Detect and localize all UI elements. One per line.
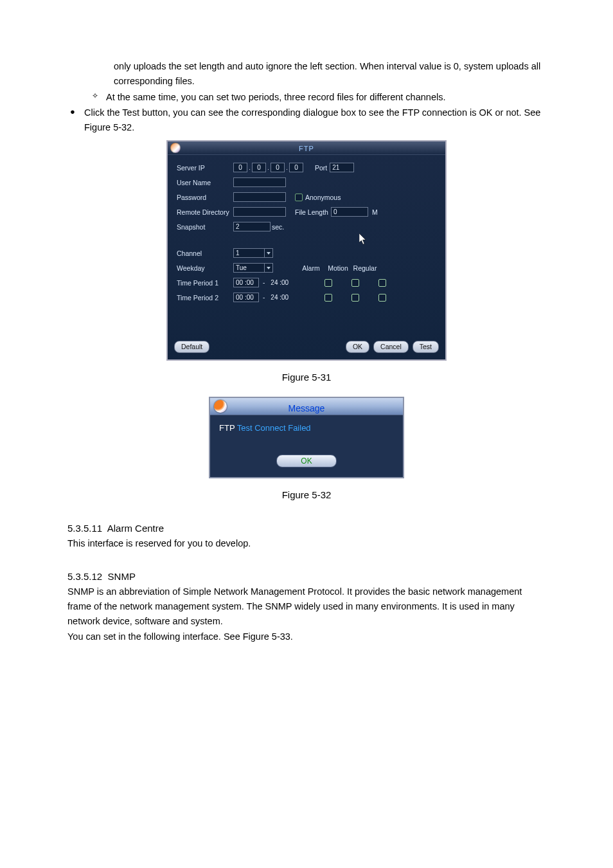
col-motion: Motion [324,263,351,274]
solid-bullet-row: ● Click the Test button, you can see the… [67,105,546,135]
figure-caption-31: Figure 5-31 [67,370,546,385]
tp2-from-input[interactable]: 00 :00 [233,293,259,302]
channel-select[interactable]: 1 [233,248,273,258]
section-alarm-body: This interface is reserved for you to de… [67,536,546,551]
message-title: Message [210,401,403,415]
section-snmp-heading: 5.3.5.12 SNMP [67,569,546,584]
ftp-window: FTP Server IP 0. 0. 0. 0 Port 21 User Na… [166,140,447,361]
text: only uploads the set length and auto ign… [114,61,540,86]
port-input[interactable]: 21 [330,163,354,172]
text: FTP [219,423,235,433]
section-snmp-body: SNMP is an abbreviation of Simple Networ… [67,584,546,629]
ok-button[interactable]: OK [346,341,369,353]
anonymous-label: Anonymous [305,192,341,203]
text: Click the Test button, you can see the c… [84,105,546,135]
tp2-to-input[interactable]: 24 :00 [269,293,294,302]
snapshot-input[interactable]: 2 [233,222,271,231]
chevron-down-icon [264,264,272,272]
weekday-label: Weekday [177,263,233,274]
tp1-to-input[interactable]: 24 :00 [269,278,294,287]
password-input[interactable] [233,192,286,202]
section-alarm-heading: 5.3.5.11 Alarm Centre [67,521,546,536]
tp2-label: Time Period 2 [177,293,233,303]
tp1-from-input[interactable]: 00 :00 [233,278,259,287]
snapshot-label: Snapshot [177,222,233,233]
tp2-regular-checkbox[interactable] [378,294,386,302]
diamond-bullet-row: ✧ At the same time, you can set two peri… [92,90,546,105]
tp2-motion-checkbox[interactable] [351,294,359,302]
channel-label: Channel [177,248,233,259]
password-label: Password [177,192,233,203]
cursor-icon [359,233,368,249]
dash-icon: - [263,278,265,288]
text: At the same time, you can set two period… [106,90,546,105]
section-number: 5.3.5.11 [67,523,102,534]
message-titlebar: Message [210,398,403,415]
ip-octet-2[interactable]: 0 [252,163,266,172]
chevron-down-icon [264,249,272,257]
message-ok-button[interactable]: OK [276,455,337,467]
diamond-bullet-icon: ✧ [92,90,106,105]
bullet-icon: ● [70,105,84,135]
user-name-input[interactable] [233,177,286,187]
remote-dir-label: Remote Directory [177,207,233,218]
col-regular: Regular [351,263,378,274]
user-name-label: User Name [177,177,233,188]
section-snmp-body2: You can set in the following interface. … [67,629,546,644]
file-length-input[interactable]: 0 [331,207,368,217]
tp1-regular-checkbox[interactable] [378,279,386,287]
ip-octet-4[interactable]: 0 [289,163,303,172]
server-ip-label: Server IP [177,163,233,174]
window-title: FTP [168,143,445,155]
section-title: SNMP [108,571,136,582]
tp1-label: Time Period 1 [177,278,233,289]
section-title: Alarm Centre [107,523,164,534]
message-window: Message FTP Test Connect Failed OK [209,397,404,478]
text: Test Connect Failed [235,423,310,433]
file-length-label: File Length [295,207,328,218]
ip-octet-3[interactable]: 0 [271,163,285,172]
anonymous-checkbox[interactable] [295,194,303,201]
col-alarm: Alarm [298,263,324,274]
weekday-select[interactable]: Tue [233,263,273,273]
sec-label: sec. [272,222,284,233]
port-label: Port [315,163,327,174]
test-button[interactable]: Test [413,341,439,353]
ftp-titlebar: FTP [168,141,445,155]
ip-octet-1[interactable]: 0 [233,163,247,172]
dash-icon: - [263,293,265,303]
tp1-motion-checkbox[interactable] [351,279,359,287]
tp1-alarm-checkbox[interactable] [324,279,332,287]
remote-dir-input[interactable] [233,207,286,217]
default-button[interactable]: Default [174,341,209,353]
cancel-button[interactable]: Cancel [373,341,409,353]
tp2-alarm-checkbox[interactable] [324,294,332,302]
continuation-paragraph: only uploads the set length and auto ign… [67,59,546,89]
figure-caption-32: Figure 5-32 [67,487,546,503]
section-number: 5.3.5.12 [67,571,102,582]
m-label: M [372,207,378,218]
message-text: FTP Test Connect Failed [219,422,394,435]
